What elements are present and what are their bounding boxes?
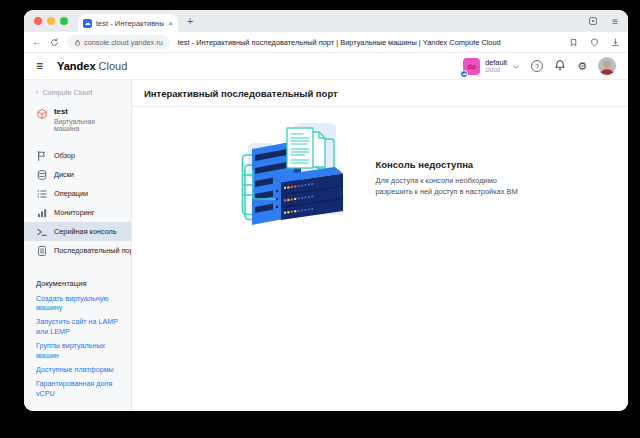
doc-link[interactable]: Группы виртуальных машин	[36, 341, 121, 360]
server-illustration	[230, 119, 350, 237]
vm-entry[interactable]: test Виртуальная машина	[24, 97, 131, 140]
url-field[interactable]: console.cloud.yandex.ru	[67, 35, 170, 49]
tab-close-icon[interactable]: ×	[168, 19, 173, 28]
sidebar-item-label: Операции	[54, 189, 88, 198]
console-unavailable-state: Консоль недоступна Для доступа к консоли…	[132, 119, 628, 237]
lock-icon	[74, 39, 81, 46]
chevron-down-icon	[512, 57, 520, 75]
sidebar-menu: ОбзорДискиОперацииМониторингСерийная кон…	[24, 146, 131, 260]
sidebar-item-label: Мониторинг	[54, 208, 94, 217]
traffic-lights	[34, 17, 68, 25]
reload-icon[interactable]	[50, 38, 59, 47]
download-icon[interactable]	[611, 38, 620, 47]
account-switcher[interactable]: de☁ default cloud	[463, 57, 520, 75]
sidebar-item-operations[interactable]: Операции	[24, 184, 131, 203]
operations-icon	[36, 188, 48, 200]
bookmark-icon[interactable]	[569, 38, 578, 47]
new-tab-button[interactable]: +	[187, 16, 193, 27]
sidebar-item-serial-port[interactable]: Последовательный порт	[24, 241, 131, 260]
vm-type: Виртуальная машина	[54, 118, 121, 132]
sidebar-item-label: Серийная консоль	[54, 227, 117, 236]
empty-state-description: Для доступа к консоли необходимо разреши…	[376, 175, 531, 197]
tab-title: test - Интерактивный…	[96, 19, 164, 28]
bell-icon[interactable]	[554, 57, 566, 75]
document-icon	[36, 245, 48, 257]
documentation-links: Создать виртуальную машинуЗапустить сайт…	[36, 294, 121, 398]
user-avatar[interactable]	[598, 57, 616, 75]
minimize-window-button[interactable]	[47, 17, 55, 25]
page-heading: Интерактивный последовательный порт	[132, 80, 628, 107]
yandex-cloud-logo: YandexCloud	[57, 60, 127, 72]
doc-link[interactable]: Гарантированная доля vCPU	[36, 379, 121, 398]
sidebar-item-label: Последовательный порт	[54, 246, 132, 255]
breadcrumb[interactable]: ‹ Compute Cloud	[24, 88, 131, 97]
doc-link[interactable]: Создать виртуальную машину	[36, 294, 121, 313]
sidebar-item-overview[interactable]: Обзор	[24, 146, 131, 165]
flag-icon	[36, 150, 48, 162]
empty-state-heading: Консоль недоступна	[376, 159, 531, 170]
sidebar: ‹ Compute Cloud test Виртуальная машина …	[24, 80, 132, 411]
sidebar-item-monitoring[interactable]: Мониторинг	[24, 203, 131, 222]
chevron-left-icon: ‹	[36, 88, 38, 97]
tab-strip: ☁ test - Интерактивный… × + ≡	[24, 10, 628, 32]
back-icon[interactable]: ←	[32, 37, 42, 47]
documentation-title: Документация	[36, 279, 121, 288]
cloud-badge-icon: ☁	[460, 70, 468, 78]
documentation-section: Документация Создать виртуальную машинуЗ…	[24, 279, 131, 411]
browser-tab[interactable]: ☁ test - Интерактивный… ×	[78, 14, 178, 32]
disks-icon	[36, 169, 48, 181]
hamburger-icon[interactable]: ≡	[36, 59, 43, 73]
address-bar: ← console.cloud.yandex.ru test - Интерак…	[24, 32, 628, 53]
browser-window: ☁ test - Интерактивный… × + ≡ ← console.…	[24, 10, 628, 411]
help-icon[interactable]: ?	[531, 60, 543, 72]
extensions-icon[interactable]	[588, 16, 598, 26]
sidebar-item-label: Обзор	[54, 151, 75, 160]
tab-favicon-icon: ☁	[83, 19, 92, 28]
gear-icon[interactable]: ⚙	[577, 61, 587, 72]
terminal-icon	[36, 226, 48, 238]
sidebar-item-serial-console[interactable]: Серийная консоль	[24, 222, 131, 241]
vm-name: test	[54, 107, 121, 116]
monitoring-icon	[36, 207, 48, 219]
folder-avatar: de☁	[463, 58, 480, 75]
sidebar-item-label: Диски	[54, 170, 74, 179]
doc-link[interactable]: Запустить сайт на LAMP или LEMP	[36, 317, 121, 336]
console-header: ≡ YandexCloud de☁ default cloud ? ⚙	[24, 53, 628, 80]
close-window-button[interactable]	[34, 17, 42, 25]
breadcrumb-label: Compute Cloud	[42, 88, 92, 97]
page-title-text: test - Интерактивный последовательный по…	[178, 38, 561, 47]
zoom-window-button[interactable]	[60, 17, 68, 25]
doc-link[interactable]: Доступные платформы	[36, 365, 121, 374]
vm-icon	[36, 108, 48, 120]
folder-scope: cloud	[485, 67, 507, 74]
url-text: console.cloud.yandex.ru	[84, 38, 163, 47]
main-content: Интерактивный последовательный порт	[132, 80, 628, 411]
shield-icon[interactable]	[590, 38, 599, 47]
sidebar-item-disks[interactable]: Диски	[24, 165, 131, 184]
browser-menu-icon[interactable]: ≡	[612, 16, 618, 27]
